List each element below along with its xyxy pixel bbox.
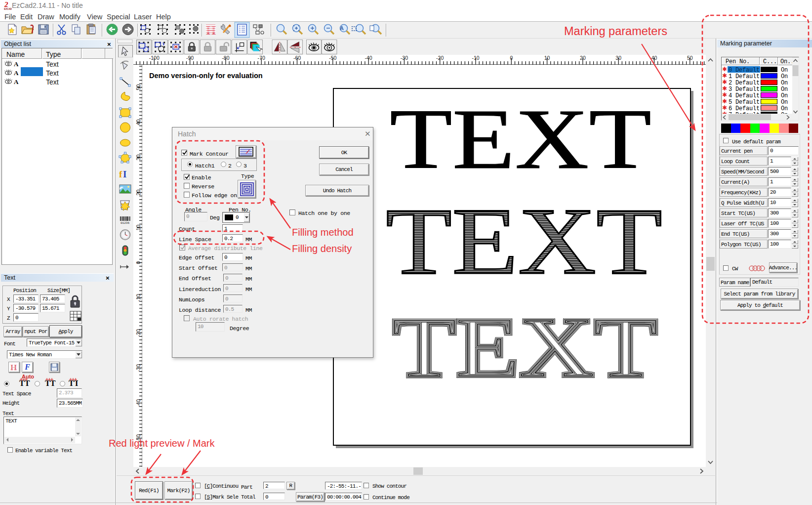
svg-text:20: 20: [135, 190, 141, 196]
svg-text:-90: -90: [186, 55, 194, 61]
svg-text:30: 30: [615, 55, 621, 61]
svg-text:-70: -70: [258, 55, 265, 61]
svg-text:f: f: [119, 169, 122, 179]
svg-text:-20: -20: [135, 329, 141, 337]
svg-text:-50: -50: [329, 55, 336, 61]
svg-text:-100: -100: [149, 55, 160, 61]
svg-text:10: 10: [544, 55, 550, 61]
svg-text:-80: -80: [222, 55, 229, 61]
svg-text:-30: -30: [401, 55, 408, 61]
svg-text:-40: -40: [135, 399, 141, 407]
svg-text:EZCAD: EZCAD: [4, 8, 12, 10]
svg-text:A: A: [340, 25, 344, 31]
svg-text:40: 40: [135, 120, 141, 126]
svg-text:0: 0: [510, 55, 513, 61]
svg-text:-20: -20: [436, 55, 444, 61]
svg-text:TEXT: TEXT: [390, 108, 651, 172]
svg-text:TEXT: TEXT: [386, 208, 662, 277]
svg-text:10: 10: [135, 225, 141, 231]
svg-text:-50: -50: [135, 434, 141, 442]
svg-text:0: 0: [135, 261, 141, 264]
svg-text:-10: -10: [472, 55, 479, 61]
svg-text:TEXT: TEXT: [393, 317, 657, 383]
svg-text:-30: -30: [135, 364, 141, 372]
svg-text:20: 20: [580, 55, 586, 61]
svg-text:01236: 01236: [121, 221, 129, 225]
svg-text:40: 40: [651, 55, 657, 61]
svg-text:50: 50: [687, 55, 693, 61]
svg-text:I: I: [123, 169, 126, 179]
svg-text:-60: -60: [293, 55, 301, 61]
svg-text:-40: -40: [365, 55, 372, 61]
svg-text:30: 30: [135, 155, 141, 161]
svg-text:50: 50: [135, 84, 141, 90]
svg-text:-10: -10: [135, 294, 141, 301]
